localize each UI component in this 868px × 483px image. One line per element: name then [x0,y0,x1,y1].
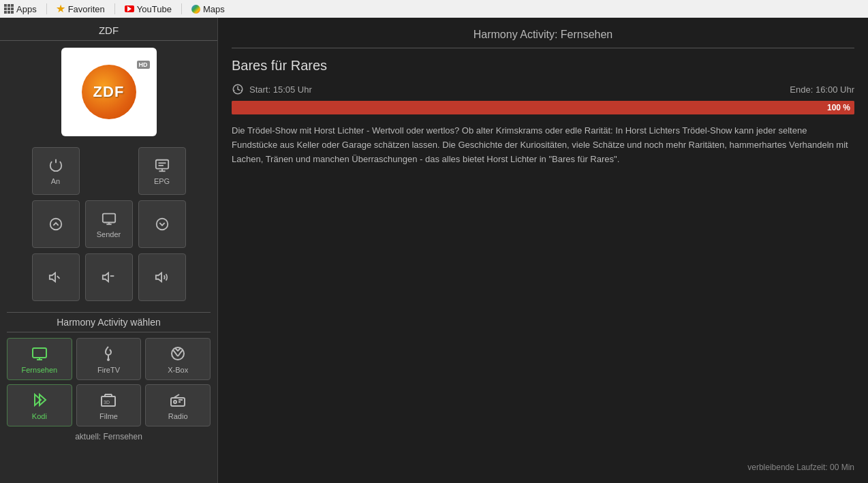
svg-rect-15 [33,348,46,358]
topbar-apps[interactable]: Apps [4,4,37,14]
topbar-maps[interactable]: Maps [191,4,225,14]
svg-line-11 [57,276,59,279]
zdf-circle: ZDF HD [82,65,136,119]
sender-button[interactable]: Sender [85,200,133,248]
zdf-logo-graphic: ZDF HD [72,61,146,123]
radio-label: Radio [168,412,188,420]
svg-point-19 [172,347,184,360]
kodi-icon [30,390,49,409]
maps-icon [191,5,200,14]
epg-label: EPG [154,177,170,185]
volume-mute-icon [100,268,118,286]
svg-point-25 [174,401,176,403]
right-panel: Harmony Activity: Fernsehen Bares für Ra… [218,18,868,483]
clock-icon [232,83,244,95]
svg-point-5 [50,219,61,230]
svg-marker-12 [102,273,108,282]
svg-marker-10 [49,273,55,282]
topbar-favoriten-label: Favoriten [68,4,105,14]
topbar-youtube[interactable]: YouTube [125,4,172,14]
svg-point-18 [108,359,109,360]
right-panel-header: Harmony Activity: Fernsehen [232,29,854,48]
svg-point-9 [156,219,168,230]
start-time: Start: 15:05 Uhr [232,83,312,95]
activity-kodi[interactable]: Kodi [7,384,72,426]
sender-label: Sender [97,230,121,238]
controls-grid: An EPG [32,147,186,301]
channel-title: ZDF [0,18,217,41]
radio-icon [168,390,187,409]
power-button[interactable]: An [32,147,80,195]
channel-logo: ZDF HD [61,48,157,136]
activity-grid: Fernsehen FireTV [7,338,211,426]
vol-down-button[interactable] [32,253,80,301]
topbar-favoriten[interactable]: Favoriten [57,4,105,14]
left-panel: ZDF ZDF HD An [0,18,218,483]
vol-up-button[interactable] [138,253,186,301]
activity-firetv[interactable]: FireTV [76,338,142,380]
xbox-label: X-Box [168,366,188,374]
topbar-youtube-label: YouTube [137,4,172,14]
topbar-sep2 [114,3,115,14]
harmony-activity-title: Harmony Activity wählen [7,312,211,332]
channel-down-icon [153,215,171,233]
apps-icon [4,4,14,14]
filme-icon: 3D [99,390,118,409]
channel-down-button[interactable] [138,200,186,248]
fernsehen-icon [30,344,49,363]
time-row: Start: 15:05 Uhr Ende: 16:00 Uhr [232,83,854,95]
progress-bar-fill: 100 % [232,101,854,114]
kodi-label: Kodi [32,412,47,420]
svg-text:3D: 3D [104,400,110,405]
activity-xbox[interactable]: X-Box [145,338,211,380]
epg-button[interactable]: EPG [138,147,186,195]
remaining-time-label: verbleibende Laufzeit: 00 Min [232,463,854,472]
favoriten-icon [57,5,65,14]
volume-up-icon [153,268,171,286]
topbar-sep3 [181,3,182,14]
fernsehen-label: Fernsehen [22,366,58,374]
power-label: An [51,177,60,185]
progress-bar-container: 100 % [232,101,854,114]
channel-up-button[interactable] [32,200,80,248]
zdf-hd-badge: HD [137,61,150,69]
tv-icon [100,210,118,228]
youtube-icon [125,5,134,12]
topbar: Apps Favoriten YouTube Maps [0,0,868,18]
zdf-text: ZDF [93,83,125,101]
harmony-section: Harmony Activity wählen Fernsehen [0,312,217,441]
firetv-label: FireTV [97,366,120,374]
epg-icon [153,157,171,174]
start-time-label: Start: 15:05 Uhr [249,84,312,95]
program-title: Bares für Rares [232,58,854,74]
firetv-icon [99,344,118,363]
topbar-apps-label: Apps [16,4,37,14]
topbar-sep1 [46,3,47,14]
current-activity-label: aktuell: Fernsehen [7,432,211,441]
end-time-label: Ende: 16:00 Uhr [790,84,854,95]
svg-rect-6 [102,214,114,223]
volume-down-icon [47,268,65,286]
progress-label: 100 % [827,103,850,112]
filme-label: Filme [99,412,118,420]
main-area: ZDF ZDF HD An [0,18,868,483]
xbox-icon [168,344,187,363]
activity-fernsehen[interactable]: Fernsehen [7,338,72,380]
vol-mute-button[interactable] [85,253,133,301]
channel-up-icon [47,215,65,233]
power-icon [47,157,65,174]
activity-filme[interactable]: 3D Filme [76,384,142,426]
topbar-maps-label: Maps [203,4,225,14]
activity-radio[interactable]: Radio [145,384,211,426]
empty-btn-1 [85,147,133,195]
svg-marker-14 [155,273,161,282]
program-description: Die Trödel-Show mit Horst Lichter - Wert… [232,124,854,456]
svg-rect-0 [155,160,168,169]
